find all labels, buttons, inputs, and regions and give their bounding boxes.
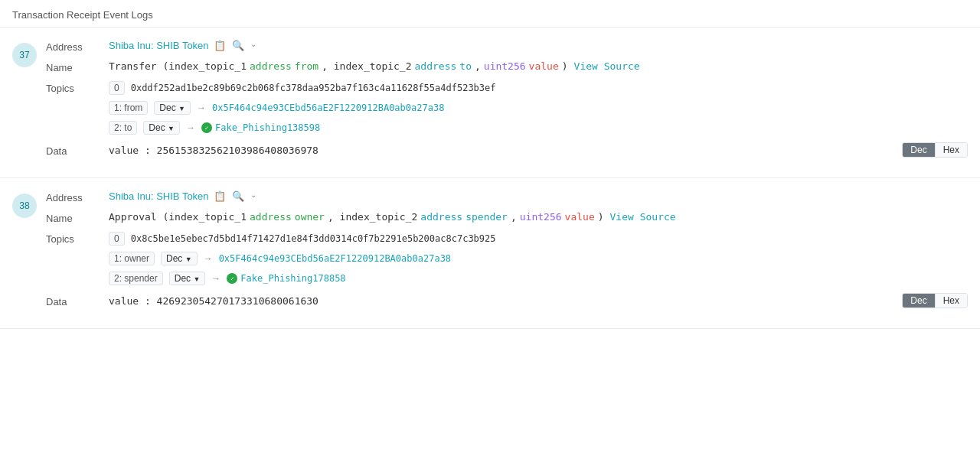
data-row: Datavalue : 426923054270173310680061630D… (46, 293, 968, 308)
event-number: 38 (12, 194, 37, 218)
topics-label: Topics (46, 81, 100, 94)
dec-button[interactable]: Dec ▼ (169, 272, 206, 285)
topic-row-2: 2: toDec ▼→✓Fake_Phishing138598 (109, 121, 496, 135)
view-source-link[interactable]: View Source (574, 60, 640, 72)
topic-index: 0 (109, 81, 125, 95)
event-log-0: 37AddressShiba Inu: SHIB Token📋🔍⌄NameTra… (0, 28, 980, 178)
name-label: Name (46, 60, 100, 73)
topic-index: 2: to (109, 121, 137, 135)
data-label: Data (46, 294, 100, 307)
arrow-icon: → (186, 122, 195, 133)
address-content: Shiba Inu: SHIB Token📋🔍⌄ (109, 190, 968, 202)
phishing-icon: ✓ (227, 273, 237, 284)
name-row: NameApproval (index_topic_1 address owne… (46, 211, 968, 224)
arrow-icon: → (197, 102, 206, 113)
topics-content: 00xddf252ad1be2c89b69c2b068fc378daa952ba… (109, 81, 496, 135)
name-label: Name (46, 211, 100, 224)
hex-format-button[interactable]: Hex (936, 294, 967, 307)
name-row: NameTransfer (index_topic_1 address from… (46, 60, 968, 73)
dec-select: Dec ▼ (161, 252, 198, 265)
phishing-link[interactable]: ✓Fake_Phishing138598 (201, 122, 320, 133)
event-number: 37 (12, 43, 37, 67)
topic-row-0: 00xddf252ad1be2c89b69c2b068fc378daa952ba… (109, 81, 496, 95)
data-content: value : 256153832562103986408036978DecHe… (109, 142, 968, 158)
topic-index: 1: from (109, 101, 148, 115)
data-label: Data (46, 144, 100, 157)
dec-button[interactable]: Dec ▼ (143, 121, 180, 135)
name-content: Transfer (index_topic_1 address from, in… (109, 60, 968, 72)
phishing-icon: ✓ (201, 122, 212, 133)
data-row: Datavalue : 256153832562103986408036978D… (46, 142, 968, 158)
topic-row-0: 00x8c5be1e5ebec7d5bd14f71427d1e84f3dd031… (109, 232, 496, 246)
name-content: Approval (index_topic_1 address owner, i… (109, 211, 968, 223)
data-value: value : 256153832562103986408036978 (109, 145, 318, 156)
zoom-icon[interactable]: 🔍 (230, 190, 246, 202)
phishing-link[interactable]: ✓Fake_Phishing178858 (227, 273, 345, 284)
data-format-buttons: DecHex (902, 293, 968, 308)
topic-row-1: 1: ownerDec ▼→0x5F464c94e93CEbd56aE2F122… (109, 252, 496, 265)
address-link[interactable]: Shiba Inu: SHIB Token (109, 190, 209, 202)
data-content: value : 426923054270173310680061630DecHe… (109, 293, 968, 308)
arrow-icon: → (204, 253, 213, 264)
topics-row: Topics00x8c5be1e5ebec7d5bd14f71427d1e84f… (46, 232, 968, 285)
copy-icon[interactable]: 📋 (212, 190, 227, 202)
topic-index: 1: owner (109, 252, 155, 265)
topic-hash: 0xddf252ad1be2c89b69c2b068fc378daa952ba7… (131, 83, 496, 93)
data-format-buttons: DecHex (902, 142, 968, 158)
chevron-down-icon[interactable]: ⌄ (249, 190, 258, 199)
topic-index: 0 (109, 232, 125, 246)
topic-row-1: 1: fromDec ▼→0x5F464c94e93CEbd56aE2F1220… (109, 101, 496, 115)
address-row: AddressShiba Inu: SHIB Token📋🔍⌄ (46, 190, 968, 203)
dec-select: Dec ▼ (169, 272, 206, 285)
topic-index: 2: spender (109, 272, 163, 285)
address-link[interactable]: Shiba Inu: SHIB Token (109, 40, 209, 51)
topics-label: Topics (46, 232, 100, 245)
topics-content: 00x8c5be1e5ebec7d5bd14f71427d1e84f3dd031… (109, 232, 496, 285)
dec-select: Dec ▼ (143, 121, 180, 135)
dec-select: Dec ▼ (154, 101, 191, 115)
address-label: Address (46, 190, 100, 203)
address-label: Address (46, 40, 100, 53)
dec-button[interactable]: Dec ▼ (154, 101, 191, 115)
zoom-icon[interactable]: 🔍 (230, 40, 246, 51)
address-content: Shiba Inu: SHIB Token📋🔍⌄ (109, 40, 968, 51)
arrow-icon: → (211, 273, 220, 284)
chevron-down-icon[interactable]: ⌄ (249, 40, 258, 48)
topic-address-link[interactable]: 0x5F464c94e93CEbd56aE2F1220912BA0ab0a27a… (212, 102, 444, 113)
view-source-link[interactable]: View Source (610, 211, 676, 223)
topic-row-2: 2: spenderDec ▼→✓Fake_Phishing178858 (109, 272, 496, 285)
dec-format-button[interactable]: Dec (903, 294, 935, 307)
topics-row: Topics00xddf252ad1be2c89b69c2b068fc378da… (46, 81, 968, 135)
dec-format-button[interactable]: Dec (903, 143, 935, 157)
topic-address-link[interactable]: 0x5F464c94e93CEbd56aE2F1220912BA0ab0a27a… (219, 253, 451, 264)
topic-hash: 0x8c5be1e5ebec7d5bd14f71427d1e84f3dd0314… (131, 233, 496, 244)
page-title: Transaction Receipt Event Logs (0, 0, 980, 28)
hex-format-button[interactable]: Hex (936, 143, 967, 157)
dec-button[interactable]: Dec ▼ (161, 252, 198, 265)
data-value: value : 426923054270173310680061630 (109, 295, 318, 307)
event-log-1: 38AddressShiba Inu: SHIB Token📋🔍⌄NameApp… (0, 178, 980, 329)
copy-icon[interactable]: 📋 (212, 40, 227, 51)
address-row: AddressShiba Inu: SHIB Token📋🔍⌄ (46, 40, 968, 53)
